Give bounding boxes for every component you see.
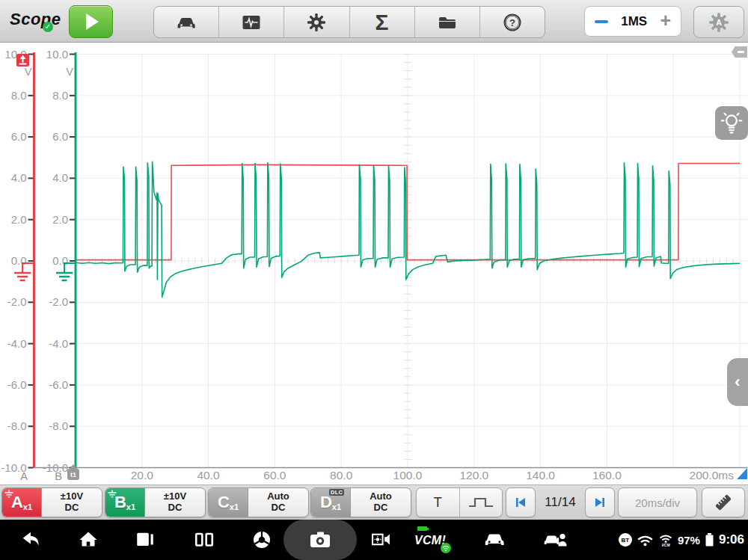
skip-back-icon xyxy=(514,496,527,509)
svg-text:A: A xyxy=(716,18,722,27)
side-drawer-handle[interactable]: ‹ xyxy=(727,358,748,406)
bluetooth-status-icon: BT xyxy=(619,533,632,547)
channel-d-button[interactable]: DLCDx1AutoDC xyxy=(310,487,411,517)
vehicle-shortcut-button[interactable] xyxy=(483,529,506,552)
battery-percent: 97% xyxy=(678,534,700,547)
y-tick-label: 6.0 xyxy=(11,130,27,143)
svg-text:VCM: VCM xyxy=(661,543,670,547)
channel-b-button[interactable]: Bx1±10VDC xyxy=(105,487,206,517)
channel-range: Auto xyxy=(370,491,392,502)
home-icon xyxy=(78,529,99,550)
channel-c-button[interactable]: Cx1AutoDC xyxy=(208,487,309,517)
y-tick-label: 0.0 xyxy=(11,254,27,267)
channel-control-bar: Ax1±10VDCBx1±10VDCCx1AutoDCDLCDx1AutoDC … xyxy=(0,484,748,520)
app-logo: Scope xyxy=(10,10,61,29)
page-indicator: 11/14 xyxy=(536,487,585,517)
y-tick-label: 8.0 xyxy=(11,89,27,102)
y-tick-label: -8.0 xyxy=(49,419,68,432)
sample-rate-value: 1MS xyxy=(621,14,647,29)
vehicle-menu-button[interactable] xyxy=(154,7,219,37)
channel-coupling: DC xyxy=(374,502,388,514)
ruler-icon xyxy=(713,492,734,513)
trigger-edge-button[interactable] xyxy=(460,488,503,517)
x-end-label: 200.0ms xyxy=(690,469,735,481)
vcm-wifi-badge-icon xyxy=(441,543,451,553)
folder-icon xyxy=(437,13,458,31)
timebase-button[interactable]: 20ms/div xyxy=(618,487,697,517)
vcm-battery-icon xyxy=(417,526,427,531)
file-manager-button[interactable] xyxy=(415,7,480,37)
waveform-file-icon xyxy=(241,13,262,31)
y-tick-label: -6.0 xyxy=(7,378,27,391)
x-tick-label: 160.0 xyxy=(592,469,622,481)
decrease-samples-button[interactable] xyxy=(595,20,608,23)
car-technician-icon xyxy=(543,529,568,550)
back-arrow-icon xyxy=(21,529,42,550)
channel-multiplier: x1 xyxy=(23,502,32,511)
vcm-wifi-status-icon: VCM xyxy=(658,533,673,547)
screenshot-button[interactable] xyxy=(283,520,357,560)
channel-coupling: DC xyxy=(272,502,286,514)
chevron-left-icon: ‹ xyxy=(735,372,740,392)
auto-scale-button[interactable]: A xyxy=(693,6,744,38)
settings-button[interactable] xyxy=(284,7,349,37)
recent-apps-icon xyxy=(135,529,156,550)
status-cluster: BT VCM 97% 9:06 xyxy=(619,520,744,560)
channel-multiplier: x1 xyxy=(126,502,135,511)
trigger-group: T xyxy=(416,487,503,517)
sigma-icon: Σ xyxy=(375,11,389,34)
x-tick-label: 140.0 xyxy=(526,469,555,481)
channel-range: ±10V xyxy=(61,491,83,502)
play-icon xyxy=(86,13,99,30)
channel-range: ±10V xyxy=(164,491,186,502)
channel-d-tab: DLCDx1 xyxy=(311,488,351,517)
start-button[interactable] xyxy=(69,5,113,38)
home-button[interactable] xyxy=(78,529,99,553)
trigger-button[interactable]: T xyxy=(417,488,460,517)
x-tick-label: 20.0 xyxy=(131,469,154,481)
sample-rate-control[interactable]: 1MS + xyxy=(584,6,681,37)
y-tick-label: 0.0 xyxy=(52,254,68,267)
car-icon xyxy=(483,529,506,549)
brightness-button[interactable] xyxy=(715,106,748,140)
browser-button[interactable] xyxy=(251,529,272,553)
scope-plot[interactable]: 10.08.06.04.02.00.0-2.0-4.0-6.0-8.0-10.0… xyxy=(0,42,748,484)
channel-multiplier: x1 xyxy=(332,502,341,511)
y-tick-label: 4.0 xyxy=(52,171,68,184)
help-icon: ? xyxy=(502,12,523,33)
channel-settings: ±10VDC xyxy=(145,488,205,517)
pulse-edge-icon xyxy=(467,495,495,510)
chrome-icon xyxy=(251,529,272,550)
y-tick-label: 2.0 xyxy=(11,213,27,226)
channel-a-button[interactable]: Ax1±10VDC xyxy=(1,487,102,517)
ground-mini-icon xyxy=(4,490,13,498)
saved-data-button[interactable] xyxy=(219,7,284,37)
back-button[interactable] xyxy=(21,529,42,553)
y-tick-label: -2.0 xyxy=(49,295,68,308)
measurements-button[interactable]: Σ xyxy=(350,7,415,37)
split-screen-button[interactable] xyxy=(194,529,215,553)
channel-a-tab: Ax1 xyxy=(2,488,42,517)
service-shortcut-button[interactable] xyxy=(543,529,568,553)
next-page-button[interactable] xyxy=(585,487,615,517)
y-axis-unit: V xyxy=(66,66,73,78)
recent-apps-button[interactable] xyxy=(135,529,156,553)
prev-page-button[interactable] xyxy=(506,487,536,517)
increase-samples-button[interactable]: + xyxy=(660,11,671,30)
x-tick-label: 80.0 xyxy=(330,469,353,481)
vcm-status-button[interactable]: VCM! xyxy=(413,520,459,560)
ruler-button[interactable] xyxy=(702,487,745,517)
y-tick-label: 8.0 xyxy=(52,89,68,102)
x-tick-label: 40.0 xyxy=(197,469,221,481)
display-settings-button[interactable] xyxy=(371,529,392,553)
channel-letter: C xyxy=(218,493,230,512)
y-tick-label: 2.0 xyxy=(52,213,68,226)
camera-icon xyxy=(307,529,333,551)
skip-forward-icon xyxy=(593,496,607,509)
y-tick-label: 10.0 xyxy=(46,48,68,61)
y-tick-label: -8.0 xyxy=(7,419,27,432)
dlc-badge: DLC xyxy=(329,489,344,496)
y-tick-label: -6.0 xyxy=(49,378,68,391)
channel-settings: AutoDC xyxy=(248,488,308,517)
help-button[interactable]: ? xyxy=(480,7,545,37)
